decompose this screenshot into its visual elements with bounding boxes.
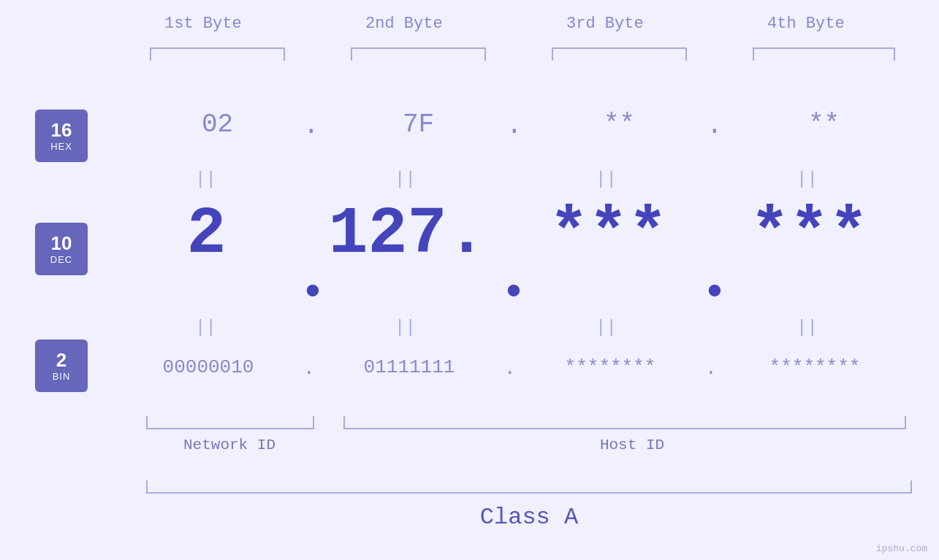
bin-dot-2: . bbox=[504, 358, 516, 380]
dec-dot-3: • bbox=[702, 269, 728, 318]
byte-label-4th: 4th Byte bbox=[767, 15, 845, 33]
equals-1-3: || bbox=[596, 169, 617, 189]
bin-dot-1: . bbox=[303, 358, 315, 380]
hex-dot-2: . bbox=[506, 111, 522, 141]
equals-2-1: || bbox=[195, 318, 216, 337]
bottom-bracket-host bbox=[343, 416, 906, 429]
bin-dot-3: . bbox=[705, 358, 717, 380]
bin-badge-label: BIN bbox=[53, 371, 71, 382]
hex-value-2: 7F bbox=[351, 110, 486, 139]
top-bracket-4 bbox=[753, 47, 895, 61]
byte-label-1st: 1st Byte bbox=[164, 15, 242, 33]
dec-badge: 10 DEC bbox=[35, 223, 88, 275]
top-bracket-3 bbox=[552, 47, 687, 61]
hex-value-3: ** bbox=[552, 110, 687, 139]
bin-badge-number: 2 bbox=[56, 350, 66, 371]
hex-badge-label: HEX bbox=[50, 141, 72, 152]
equals-2-4: || bbox=[797, 318, 818, 337]
top-bracket-1 bbox=[150, 47, 285, 61]
main-layout: 1st Byte 2nd Byte 3rd Byte 4th Byte 16 H… bbox=[0, 0, 939, 560]
bin-value-4: ******** bbox=[727, 356, 902, 378]
bottom-bracket-full bbox=[146, 480, 912, 494]
dec-value-4: *** bbox=[723, 197, 895, 272]
dec-value-2: 127. bbox=[322, 197, 493, 272]
hex-dot-3: . bbox=[707, 111, 723, 141]
bin-value-3: ******** bbox=[526, 356, 694, 378]
byte-label-2nd: 2nd Byte bbox=[365, 15, 443, 33]
host-id-label: Host ID bbox=[512, 437, 753, 453]
watermark: ipshu.com bbox=[876, 543, 927, 554]
dec-value-1: 2 bbox=[121, 197, 292, 272]
equals-2-2: || bbox=[395, 318, 416, 337]
equals-1-1: || bbox=[195, 169, 216, 189]
bin-value-2: 01111111 bbox=[325, 356, 493, 378]
equals-2-3: || bbox=[596, 318, 617, 337]
hex-dot-1: . bbox=[303, 111, 319, 141]
top-bracket-2 bbox=[351, 47, 486, 61]
dec-badge-number: 10 bbox=[51, 233, 72, 254]
hex-value-1: 02 bbox=[150, 110, 285, 139]
network-id-label: Network ID bbox=[171, 437, 288, 453]
equals-1-4: || bbox=[797, 169, 818, 189]
bin-badge: 2 BIN bbox=[35, 340, 88, 392]
dec-value-3: *** bbox=[522, 197, 694, 272]
dec-badge-label: DEC bbox=[50, 254, 72, 265]
dec-dot-2: • bbox=[501, 269, 527, 318]
hex-value-4: ** bbox=[753, 110, 895, 139]
class-label: Class A bbox=[146, 504, 912, 531]
hex-badge-number: 16 bbox=[51, 120, 72, 141]
hex-badge: 16 HEX bbox=[35, 110, 88, 162]
equals-1-2: || bbox=[395, 169, 416, 189]
bin-value-1: 00000010 bbox=[124, 356, 292, 378]
bottom-bracket-network bbox=[146, 416, 314, 429]
dec-dot-1: • bbox=[300, 269, 326, 318]
byte-label-3rd: 3rd Byte bbox=[566, 15, 644, 33]
